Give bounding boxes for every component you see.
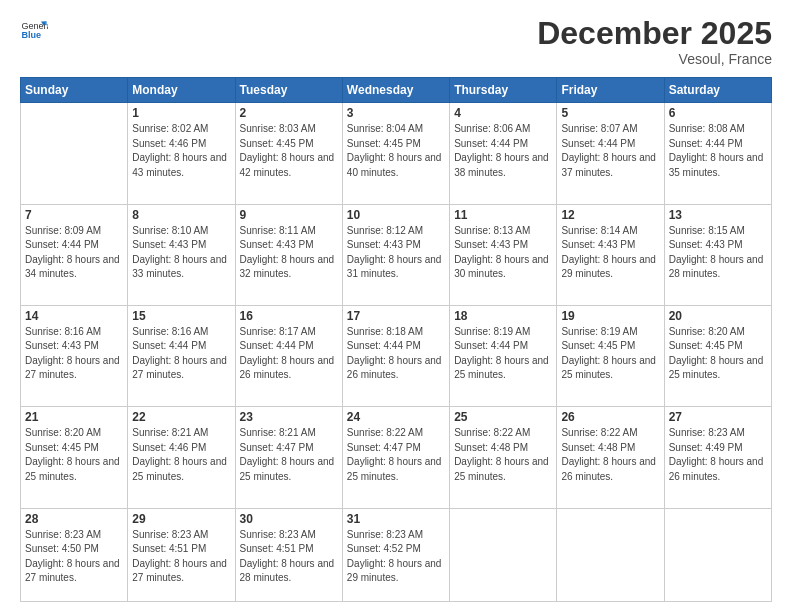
calendar-cell: 24Sunrise: 8:22 AM Sunset: 4:47 PM Dayli… xyxy=(342,407,449,508)
calendar-cell: 2Sunrise: 8:03 AM Sunset: 4:45 PM Daylig… xyxy=(235,103,342,204)
calendar-cell: 7Sunrise: 8:09 AM Sunset: 4:44 PM Daylig… xyxy=(21,204,128,305)
day-number: 11 xyxy=(454,208,552,222)
title-block: December 2025 Vesoul, France xyxy=(537,16,772,67)
day-info: Sunrise: 8:09 AM Sunset: 4:44 PM Dayligh… xyxy=(25,224,123,282)
day-info: Sunrise: 8:08 AM Sunset: 4:44 PM Dayligh… xyxy=(669,122,767,180)
calendar-table: SundayMondayTuesdayWednesdayThursdayFrid… xyxy=(20,77,772,602)
day-info: Sunrise: 8:14 AM Sunset: 4:43 PM Dayligh… xyxy=(561,224,659,282)
calendar-cell: 30Sunrise: 8:23 AM Sunset: 4:51 PM Dayli… xyxy=(235,508,342,601)
month-title: December 2025 xyxy=(537,16,772,51)
calendar-week-row: 28Sunrise: 8:23 AM Sunset: 4:50 PM Dayli… xyxy=(21,508,772,601)
page: General Blue December 2025 Vesoul, Franc… xyxy=(0,0,792,612)
day-info: Sunrise: 8:16 AM Sunset: 4:44 PM Dayligh… xyxy=(132,325,230,383)
calendar-cell: 31Sunrise: 8:23 AM Sunset: 4:52 PM Dayli… xyxy=(342,508,449,601)
logo-icon: General Blue xyxy=(20,16,48,44)
day-number: 20 xyxy=(669,309,767,323)
day-info: Sunrise: 8:20 AM Sunset: 4:45 PM Dayligh… xyxy=(669,325,767,383)
day-number: 15 xyxy=(132,309,230,323)
day-info: Sunrise: 8:22 AM Sunset: 4:48 PM Dayligh… xyxy=(454,426,552,484)
day-number: 12 xyxy=(561,208,659,222)
day-info: Sunrise: 8:17 AM Sunset: 4:44 PM Dayligh… xyxy=(240,325,338,383)
day-info: Sunrise: 8:19 AM Sunset: 4:45 PM Dayligh… xyxy=(561,325,659,383)
day-number: 25 xyxy=(454,410,552,424)
calendar-cell: 8Sunrise: 8:10 AM Sunset: 4:43 PM Daylig… xyxy=(128,204,235,305)
calendar-cell: 15Sunrise: 8:16 AM Sunset: 4:44 PM Dayli… xyxy=(128,305,235,406)
calendar-cell: 16Sunrise: 8:17 AM Sunset: 4:44 PM Dayli… xyxy=(235,305,342,406)
calendar-header-row: SundayMondayTuesdayWednesdayThursdayFrid… xyxy=(21,78,772,103)
day-number: 5 xyxy=(561,106,659,120)
calendar-cell: 10Sunrise: 8:12 AM Sunset: 4:43 PM Dayli… xyxy=(342,204,449,305)
day-number: 10 xyxy=(347,208,445,222)
day-number: 17 xyxy=(347,309,445,323)
day-info: Sunrise: 8:22 AM Sunset: 4:48 PM Dayligh… xyxy=(561,426,659,484)
day-info: Sunrise: 8:16 AM Sunset: 4:43 PM Dayligh… xyxy=(25,325,123,383)
calendar-cell: 25Sunrise: 8:22 AM Sunset: 4:48 PM Dayli… xyxy=(450,407,557,508)
calendar-cell: 20Sunrise: 8:20 AM Sunset: 4:45 PM Dayli… xyxy=(664,305,771,406)
col-header-friday: Friday xyxy=(557,78,664,103)
day-info: Sunrise: 8:07 AM Sunset: 4:44 PM Dayligh… xyxy=(561,122,659,180)
calendar-cell: 23Sunrise: 8:21 AM Sunset: 4:47 PM Dayli… xyxy=(235,407,342,508)
col-header-tuesday: Tuesday xyxy=(235,78,342,103)
calendar-cell: 4Sunrise: 8:06 AM Sunset: 4:44 PM Daylig… xyxy=(450,103,557,204)
calendar-cell: 3Sunrise: 8:04 AM Sunset: 4:45 PM Daylig… xyxy=(342,103,449,204)
day-info: Sunrise: 8:18 AM Sunset: 4:44 PM Dayligh… xyxy=(347,325,445,383)
day-info: Sunrise: 8:04 AM Sunset: 4:45 PM Dayligh… xyxy=(347,122,445,180)
col-header-sunday: Sunday xyxy=(21,78,128,103)
day-number: 3 xyxy=(347,106,445,120)
col-header-thursday: Thursday xyxy=(450,78,557,103)
day-info: Sunrise: 8:20 AM Sunset: 4:45 PM Dayligh… xyxy=(25,426,123,484)
calendar-cell: 13Sunrise: 8:15 AM Sunset: 4:43 PM Dayli… xyxy=(664,204,771,305)
day-info: Sunrise: 8:02 AM Sunset: 4:46 PM Dayligh… xyxy=(132,122,230,180)
calendar-cell: 11Sunrise: 8:13 AM Sunset: 4:43 PM Dayli… xyxy=(450,204,557,305)
day-info: Sunrise: 8:23 AM Sunset: 4:51 PM Dayligh… xyxy=(132,528,230,586)
day-info: Sunrise: 8:06 AM Sunset: 4:44 PM Dayligh… xyxy=(454,122,552,180)
day-number: 23 xyxy=(240,410,338,424)
calendar-cell: 6Sunrise: 8:08 AM Sunset: 4:44 PM Daylig… xyxy=(664,103,771,204)
calendar-cell xyxy=(450,508,557,601)
day-number: 21 xyxy=(25,410,123,424)
calendar-cell: 28Sunrise: 8:23 AM Sunset: 4:50 PM Dayli… xyxy=(21,508,128,601)
day-number: 26 xyxy=(561,410,659,424)
day-number: 31 xyxy=(347,512,445,526)
day-info: Sunrise: 8:23 AM Sunset: 4:50 PM Dayligh… xyxy=(25,528,123,586)
day-number: 30 xyxy=(240,512,338,526)
calendar-week-row: 1Sunrise: 8:02 AM Sunset: 4:46 PM Daylig… xyxy=(21,103,772,204)
day-info: Sunrise: 8:21 AM Sunset: 4:46 PM Dayligh… xyxy=(132,426,230,484)
calendar-cell: 19Sunrise: 8:19 AM Sunset: 4:45 PM Dayli… xyxy=(557,305,664,406)
calendar-cell: 26Sunrise: 8:22 AM Sunset: 4:48 PM Dayli… xyxy=(557,407,664,508)
logo: General Blue xyxy=(20,16,48,44)
col-header-wednesday: Wednesday xyxy=(342,78,449,103)
col-header-saturday: Saturday xyxy=(664,78,771,103)
day-info: Sunrise: 8:15 AM Sunset: 4:43 PM Dayligh… xyxy=(669,224,767,282)
svg-text:Blue: Blue xyxy=(21,30,41,40)
calendar-week-row: 21Sunrise: 8:20 AM Sunset: 4:45 PM Dayli… xyxy=(21,407,772,508)
calendar-cell: 21Sunrise: 8:20 AM Sunset: 4:45 PM Dayli… xyxy=(21,407,128,508)
calendar-cell: 22Sunrise: 8:21 AM Sunset: 4:46 PM Dayli… xyxy=(128,407,235,508)
day-number: 24 xyxy=(347,410,445,424)
day-number: 18 xyxy=(454,309,552,323)
calendar-cell: 17Sunrise: 8:18 AM Sunset: 4:44 PM Dayli… xyxy=(342,305,449,406)
calendar-cell: 29Sunrise: 8:23 AM Sunset: 4:51 PM Dayli… xyxy=(128,508,235,601)
calendar-cell: 14Sunrise: 8:16 AM Sunset: 4:43 PM Dayli… xyxy=(21,305,128,406)
day-info: Sunrise: 8:19 AM Sunset: 4:44 PM Dayligh… xyxy=(454,325,552,383)
day-number: 27 xyxy=(669,410,767,424)
calendar-cell: 1Sunrise: 8:02 AM Sunset: 4:46 PM Daylig… xyxy=(128,103,235,204)
day-number: 2 xyxy=(240,106,338,120)
day-number: 29 xyxy=(132,512,230,526)
calendar-cell: 5Sunrise: 8:07 AM Sunset: 4:44 PM Daylig… xyxy=(557,103,664,204)
col-header-monday: Monday xyxy=(128,78,235,103)
day-info: Sunrise: 8:23 AM Sunset: 4:52 PM Dayligh… xyxy=(347,528,445,586)
day-number: 22 xyxy=(132,410,230,424)
day-number: 28 xyxy=(25,512,123,526)
day-number: 1 xyxy=(132,106,230,120)
day-number: 13 xyxy=(669,208,767,222)
day-info: Sunrise: 8:23 AM Sunset: 4:51 PM Dayligh… xyxy=(240,528,338,586)
calendar-cell xyxy=(21,103,128,204)
location: Vesoul, France xyxy=(537,51,772,67)
day-number: 19 xyxy=(561,309,659,323)
day-info: Sunrise: 8:13 AM Sunset: 4:43 PM Dayligh… xyxy=(454,224,552,282)
day-number: 7 xyxy=(25,208,123,222)
day-info: Sunrise: 8:12 AM Sunset: 4:43 PM Dayligh… xyxy=(347,224,445,282)
day-info: Sunrise: 8:21 AM Sunset: 4:47 PM Dayligh… xyxy=(240,426,338,484)
day-info: Sunrise: 8:23 AM Sunset: 4:49 PM Dayligh… xyxy=(669,426,767,484)
